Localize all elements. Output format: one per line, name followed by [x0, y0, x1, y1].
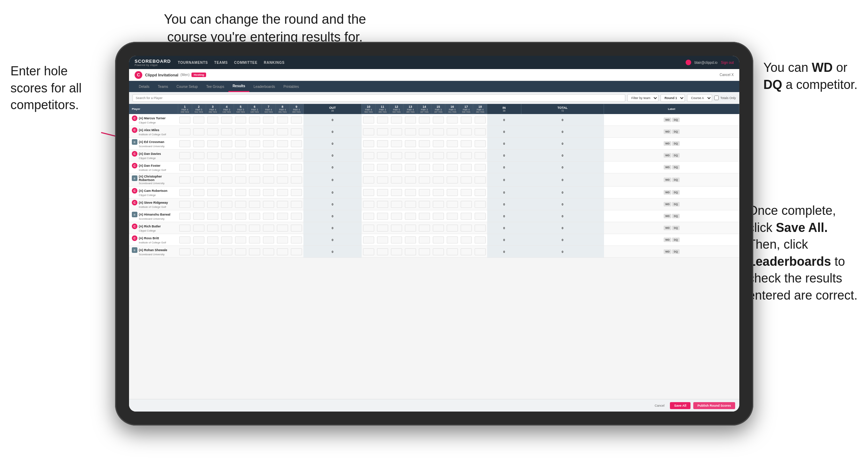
hole-score-input[interactable] — [263, 116, 274, 123]
score-input-cell[interactable] — [276, 234, 289, 246]
hole-score-input-back[interactable] — [363, 116, 374, 123]
score-input-cell[interactable] — [262, 138, 276, 150]
hole-score-input-back[interactable] — [377, 236, 388, 243]
score-input-cell[interactable] — [289, 222, 303, 234]
score-input-cell-back[interactable] — [376, 173, 390, 187]
hole-score-input-back[interactable] — [363, 164, 374, 171]
hole-score-input[interactable] — [277, 128, 288, 135]
dq-button[interactable]: DQ — [672, 178, 679, 182]
round-select[interactable]: Round 1 — [661, 94, 685, 102]
hole-score-input-back[interactable] — [433, 213, 444, 220]
score-input-cell[interactable] — [178, 173, 192, 187]
hole-score-input-back[interactable] — [405, 189, 416, 196]
score-input-cell-back[interactable] — [473, 114, 487, 126]
hole-score-input[interactable] — [263, 176, 274, 183]
hole-score-input[interactable] — [249, 176, 260, 183]
hole-score-input[interactable] — [249, 189, 260, 196]
score-input-cell[interactable] — [192, 198, 206, 210]
hole-score-input-back[interactable] — [405, 152, 416, 159]
hole-score-input[interactable] — [207, 152, 218, 159]
dq-button[interactable]: DQ — [672, 153, 679, 158]
score-input-cell[interactable] — [220, 210, 234, 222]
hole-score-input-back[interactable] — [461, 128, 472, 135]
hole-score-input[interactable] — [249, 213, 260, 220]
score-input-cell[interactable] — [178, 138, 192, 150]
hole-score-input-back[interactable] — [419, 164, 430, 171]
hole-score-input-back[interactable] — [405, 140, 416, 147]
score-input-cell[interactable] — [234, 234, 248, 246]
hole-score-input-back[interactable] — [363, 189, 374, 196]
score-input-cell-back[interactable] — [376, 187, 390, 198]
hole-score-input[interactable] — [249, 164, 260, 171]
hole-score-input-back[interactable] — [475, 176, 486, 183]
hole-score-input-back[interactable] — [419, 225, 430, 232]
score-input-cell[interactable] — [234, 173, 248, 187]
hole-score-input[interactable] — [249, 236, 260, 243]
score-input-cell-back[interactable] — [417, 114, 431, 126]
score-input-cell[interactable] — [192, 246, 206, 258]
score-input-cell[interactable] — [206, 114, 220, 126]
wd-button[interactable]: WD — [664, 226, 672, 230]
score-input-cell[interactable] — [220, 138, 234, 150]
tab-results[interactable]: Results — [228, 81, 249, 92]
hole-score-input-back[interactable] — [405, 128, 416, 135]
score-input-cell[interactable] — [262, 114, 276, 126]
wd-button[interactable]: WD — [664, 178, 672, 182]
score-input-cell[interactable] — [234, 210, 248, 222]
hole-score-input-back[interactable] — [419, 213, 430, 220]
score-input-cell-back[interactable] — [431, 210, 445, 222]
hole-score-input-back[interactable] — [475, 116, 486, 123]
score-input-cell-back[interactable] — [362, 114, 376, 126]
hole-score-input-back[interactable] — [461, 116, 472, 123]
hole-score-input[interactable] — [235, 128, 246, 135]
score-input-cell[interactable] — [262, 222, 276, 234]
score-input-cell[interactable] — [234, 126, 248, 138]
hole-score-input-back[interactable] — [419, 140, 430, 147]
score-input-cell-back[interactable] — [403, 138, 417, 150]
nav-rankings[interactable]: RANKINGS — [264, 61, 285, 65]
score-input-cell-back[interactable] — [473, 173, 487, 187]
hole-score-input-back[interactable] — [377, 152, 388, 159]
score-input-cell-back[interactable] — [390, 114, 403, 126]
hole-score-input[interactable] — [235, 248, 246, 255]
score-input-cell-back[interactable] — [376, 210, 390, 222]
score-input-cell-back[interactable] — [473, 234, 487, 246]
wd-button[interactable]: WD — [664, 129, 672, 134]
totals-only-checkbox[interactable] — [714, 96, 719, 100]
hole-score-input[interactable] — [221, 152, 232, 159]
hole-score-input[interactable] — [179, 140, 190, 147]
hole-score-input-back[interactable] — [461, 189, 472, 196]
hole-score-input-back[interactable] — [363, 140, 374, 147]
hole-score-input-back[interactable] — [461, 201, 472, 208]
hole-score-input[interactable] — [291, 189, 302, 196]
score-input-cell-back[interactable] — [376, 246, 390, 258]
score-input-cell-back[interactable] — [417, 126, 431, 138]
hole-score-input-back[interactable] — [363, 128, 374, 135]
score-input-cell-back[interactable] — [473, 161, 487, 173]
score-input-cell-back[interactable] — [417, 234, 431, 246]
score-input-cell[interactable] — [276, 138, 289, 150]
hole-score-input-back[interactable] — [447, 236, 458, 243]
hole-score-input-back[interactable] — [377, 213, 388, 220]
score-input-cell-back[interactable] — [390, 246, 403, 258]
score-input-cell-back[interactable] — [403, 210, 417, 222]
score-input-cell-back[interactable] — [403, 126, 417, 138]
hole-score-input[interactable] — [291, 213, 302, 220]
score-input-cell-back[interactable] — [459, 210, 473, 222]
hole-score-input-back[interactable] — [377, 116, 388, 123]
score-input-cell-back[interactable] — [362, 150, 376, 161]
score-input-cell[interactable] — [178, 126, 192, 138]
score-input-cell-back[interactable] — [445, 150, 459, 161]
score-input-cell-back[interactable] — [445, 246, 459, 258]
hole-score-input-back[interactable] — [461, 140, 472, 147]
score-input-cell[interactable] — [192, 173, 206, 187]
score-input-cell-back[interactable] — [390, 187, 403, 198]
hole-score-input[interactable] — [235, 201, 246, 208]
hole-score-input-back[interactable] — [377, 176, 388, 183]
hole-score-input[interactable] — [207, 213, 218, 220]
hole-score-input-back[interactable] — [419, 116, 430, 123]
score-input-cell[interactable] — [178, 234, 192, 246]
hole-score-input[interactable] — [277, 248, 288, 255]
score-input-cell-back[interactable] — [403, 198, 417, 210]
nav-teams[interactable]: TEAMS — [214, 61, 228, 65]
